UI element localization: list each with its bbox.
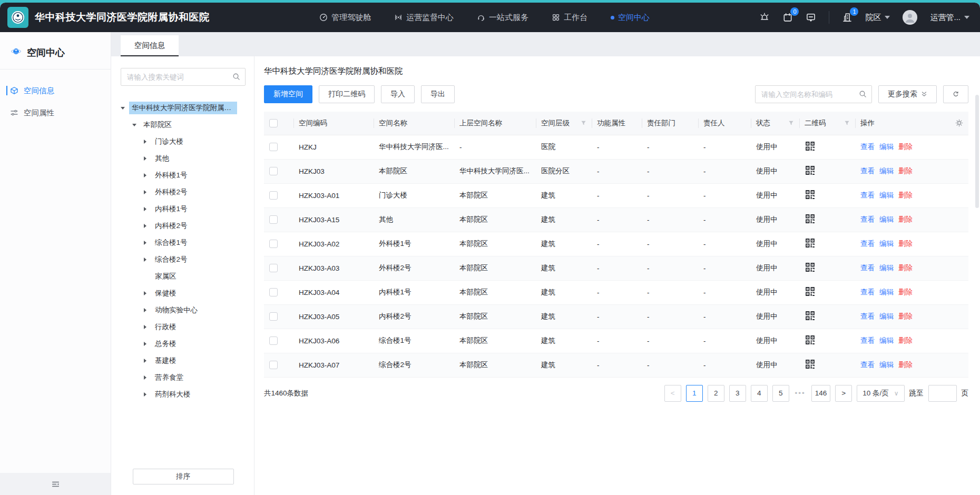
row-checkbox[interactable] xyxy=(269,361,278,369)
delete-link[interactable]: 删除 xyxy=(898,361,913,369)
user-menu[interactable]: 运营管... xyxy=(930,13,969,23)
message-icon[interactable] xyxy=(806,12,816,23)
tree-node[interactable]: 内科楼2号 xyxy=(121,217,246,234)
tree-node[interactable]: 行政楼 xyxy=(121,319,246,335)
tree-node[interactable]: 华中科技大学同济医学院附属协和医院 xyxy=(121,100,246,116)
view-link[interactable]: 查看 xyxy=(860,361,875,369)
tree-expand-icon[interactable] xyxy=(144,140,152,144)
edit-link[interactable]: 编辑 xyxy=(879,336,894,344)
tree-expand-icon[interactable] xyxy=(144,173,152,177)
view-link[interactable]: 查看 xyxy=(860,215,875,223)
avatar[interactable] xyxy=(903,10,917,25)
print-qr-button[interactable]: 打印二维码 xyxy=(319,85,375,103)
prev-page-button[interactable]: < xyxy=(664,385,681,402)
jump-page-input[interactable] xyxy=(928,385,957,402)
tree-node[interactable]: 总务楼 xyxy=(121,335,246,352)
tree-node[interactable]: 基建楼 xyxy=(121,352,246,369)
import-button[interactable]: 导入 xyxy=(381,85,415,103)
qr-code-icon[interactable] xyxy=(805,262,816,273)
select-all-checkbox[interactable] xyxy=(269,119,278,127)
delete-link[interactable]: 删除 xyxy=(898,336,913,344)
tree-node[interactable]: 家属区 xyxy=(121,268,246,285)
row-checkbox[interactable] xyxy=(269,312,278,321)
row-checkbox[interactable] xyxy=(269,288,278,296)
tree-expand-icon[interactable] xyxy=(144,190,152,194)
edit-link[interactable]: 编辑 xyxy=(879,361,894,369)
row-checkbox[interactable] xyxy=(269,215,278,224)
qr-code-icon[interactable] xyxy=(805,310,816,321)
edit-link[interactable]: 编辑 xyxy=(879,240,894,247)
tree-node[interactable]: 外科楼2号 xyxy=(121,184,246,201)
filter-icon[interactable] xyxy=(844,120,850,126)
collapse-sidebar-icon[interactable] xyxy=(51,480,60,489)
next-page-button[interactable]: > xyxy=(835,385,852,402)
page-button-2[interactable]: 2 xyxy=(708,385,724,402)
refresh-button[interactable] xyxy=(943,85,968,103)
campus-building-icon[interactable]: 1 xyxy=(842,12,852,23)
delete-link[interactable]: 删除 xyxy=(898,215,913,223)
page-button-1[interactable]: 1 xyxy=(686,385,703,402)
edit-link[interactable]: 编辑 xyxy=(879,143,894,151)
nav-item-4[interactable]: 工作台 xyxy=(552,13,587,23)
qr-code-icon[interactable] xyxy=(805,359,816,370)
tree-collapse-icon[interactable] xyxy=(121,107,129,110)
qr-code-icon[interactable] xyxy=(805,334,816,345)
tree-expand-icon[interactable] xyxy=(144,156,152,161)
edit-link[interactable]: 编辑 xyxy=(879,215,894,223)
view-link[interactable]: 查看 xyxy=(860,264,875,272)
tree-expand-icon[interactable] xyxy=(144,258,152,262)
delete-link[interactable]: 删除 xyxy=(898,240,913,247)
table-search-input[interactable] xyxy=(755,85,872,103)
qr-code-icon[interactable] xyxy=(805,286,816,297)
more-search-button[interactable]: 更多搜索 xyxy=(878,85,937,103)
vertical-scrollbar[interactable] xyxy=(975,95,979,208)
page-size-select[interactable]: 10 条/页∨ xyxy=(857,385,904,402)
qr-code-icon[interactable] xyxy=(805,237,816,249)
delete-link[interactable]: 删除 xyxy=(898,191,913,199)
campus-selector[interactable]: 院区 xyxy=(865,13,890,23)
delete-link[interactable]: 删除 xyxy=(898,143,913,151)
page-button-3[interactable]: 3 xyxy=(729,385,746,402)
delete-link[interactable]: 删除 xyxy=(898,167,913,175)
qr-code-icon[interactable] xyxy=(805,165,816,176)
tab-space-info[interactable]: 空间信息 xyxy=(121,35,179,56)
tree-node[interactable]: 动物实验中心 xyxy=(121,302,246,319)
view-link[interactable]: 查看 xyxy=(860,191,875,199)
tree-node[interactable]: 其他 xyxy=(121,150,246,167)
filter-icon[interactable] xyxy=(581,120,586,126)
tree-node[interactable]: 内科楼1号 xyxy=(121,201,246,217)
sidebar-item-1[interactable]: 空间信息 xyxy=(0,81,111,100)
tree-expand-icon[interactable] xyxy=(144,392,152,397)
edit-link[interactable]: 编辑 xyxy=(879,312,894,320)
page-ellipsis[interactable]: ••• xyxy=(794,385,807,402)
tree-expand-icon[interactable] xyxy=(144,241,152,245)
tree-expand-icon[interactable] xyxy=(144,207,152,211)
qr-code-icon[interactable] xyxy=(805,213,816,224)
edit-link[interactable]: 编辑 xyxy=(879,264,894,272)
nav-item-1[interactable]: 管理驾驶舱 xyxy=(319,13,371,23)
edit-link[interactable]: 编辑 xyxy=(879,167,894,175)
tree-expand-icon[interactable] xyxy=(144,375,152,380)
page-button-4[interactable]: 4 xyxy=(751,385,768,402)
tree-node[interactable]: 门诊大楼 xyxy=(121,133,246,150)
qr-code-icon[interactable] xyxy=(805,189,816,200)
page-button-146[interactable]: 146 xyxy=(811,385,831,402)
view-link[interactable]: 查看 xyxy=(860,312,875,320)
tree-search-input[interactable] xyxy=(121,68,246,86)
tree-node[interactable]: 药剂科大楼 xyxy=(121,386,246,403)
view-link[interactable]: 查看 xyxy=(860,167,875,175)
tree-expand-icon[interactable] xyxy=(144,224,152,228)
tree-expand-icon[interactable] xyxy=(144,325,152,329)
edit-link[interactable]: 编辑 xyxy=(879,288,894,296)
search-icon[interactable] xyxy=(859,90,867,100)
delete-link[interactable]: 删除 xyxy=(898,312,913,320)
sidebar-item-2[interactable]: 空间属性 xyxy=(0,103,111,122)
page-button-5[interactable]: 5 xyxy=(772,385,789,402)
tree-expand-icon[interactable] xyxy=(144,291,152,295)
export-button[interactable]: 导出 xyxy=(421,85,455,103)
nav-item-5[interactable]: 空间中心 xyxy=(611,13,650,23)
row-checkbox[interactable] xyxy=(269,336,278,345)
nav-item-2[interactable]: 运营监督中心 xyxy=(394,13,454,23)
row-checkbox[interactable] xyxy=(269,240,278,248)
tree-expand-icon[interactable] xyxy=(144,359,152,363)
